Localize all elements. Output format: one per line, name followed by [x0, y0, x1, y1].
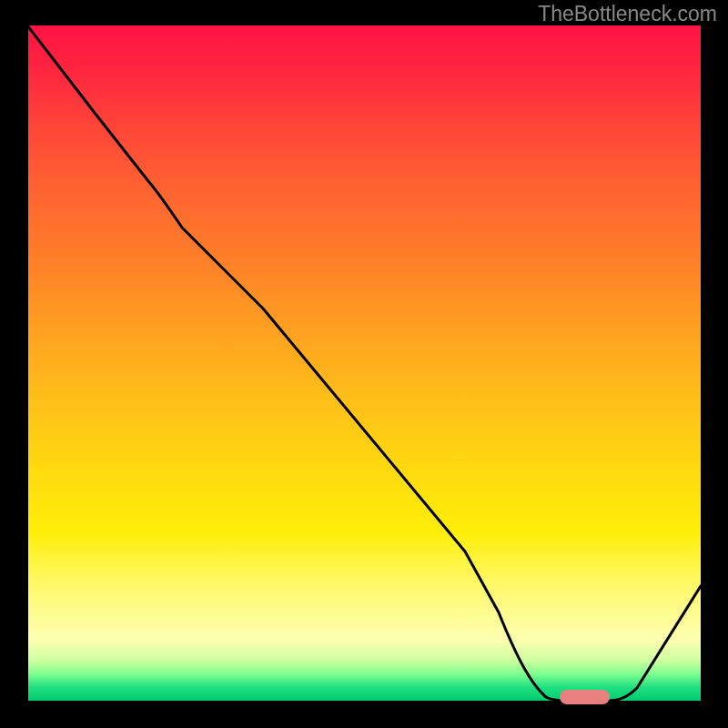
chart-container: TheBottleneck.com [0, 0, 728, 728]
watermark-text: TheBottleneck.com [538, 2, 717, 26]
curve-line [27, 25, 701, 701]
y-axis [25, 25, 28, 703]
optimal-marker [560, 690, 610, 704]
